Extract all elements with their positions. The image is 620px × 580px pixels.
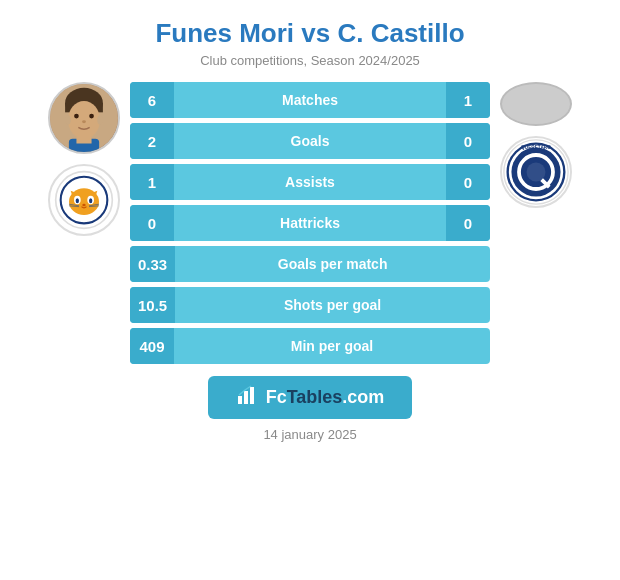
- stat-label-mpg: Min per goal: [174, 338, 490, 354]
- queretaro-badge-icon: QUERETARO: [502, 138, 570, 206]
- svg-point-3: [68, 101, 100, 139]
- stat-label-assists: Assists: [174, 174, 446, 190]
- svg-point-4: [74, 114, 79, 119]
- stat-label-gpm: Goals per match: [175, 256, 490, 272]
- left-avatars: [48, 82, 120, 236]
- svg-point-19: [89, 198, 92, 203]
- svg-rect-34: [250, 387, 254, 404]
- svg-point-31: [527, 163, 546, 182]
- logo-text: FcTables.com: [266, 387, 385, 408]
- stat-row-spg: 10.5Shots per goal: [130, 287, 490, 323]
- stat-label-hattricks: Hattricks: [174, 215, 446, 231]
- header: Funes Mori vs C. Castillo Club competiti…: [0, 0, 620, 72]
- stat-left-goals: 2: [130, 123, 174, 159]
- right-avatars: QUERETARO: [500, 82, 572, 208]
- stat-right-assists: 0: [446, 164, 490, 200]
- club-badge-right: QUERETARO: [500, 136, 572, 208]
- stat-right-hattricks: 0: [446, 205, 490, 241]
- svg-point-8: [97, 115, 103, 124]
- player-avatar: [48, 82, 120, 154]
- player-face-icon: [50, 82, 118, 154]
- main-content: 6Matches12Goals01Assists00Hattricks00.33…: [0, 72, 620, 364]
- pumas-badge-icon: [54, 170, 114, 230]
- stat-row-goals: 2Goals0: [130, 123, 490, 159]
- stats-table: 6Matches12Goals01Assists00Hattricks00.33…: [130, 82, 490, 364]
- svg-rect-32: [238, 396, 242, 404]
- fctables-logo: FcTables.com: [208, 376, 413, 419]
- stat-row-gpm: 0.33Goals per match: [130, 246, 490, 282]
- stat-row-assists: 1Assists0: [130, 164, 490, 200]
- chart-icon: [236, 384, 258, 411]
- club-badge-left: [48, 164, 120, 236]
- stat-label-goals: Goals: [174, 133, 446, 149]
- svg-rect-33: [244, 391, 248, 404]
- stat-label-spg: Shots per goal: [175, 297, 490, 313]
- svg-point-18: [76, 198, 79, 203]
- stat-left-assists: 1: [130, 164, 174, 200]
- stat-left-hattricks: 0: [130, 205, 174, 241]
- page-title: Funes Mori vs C. Castillo: [10, 18, 610, 49]
- stat-row-hattricks: 0Hattricks0: [130, 205, 490, 241]
- opponent-avatar: [500, 82, 572, 126]
- footer-date: 14 january 2025: [263, 427, 356, 442]
- svg-point-6: [82, 120, 86, 123]
- stat-left-gpm: 0.33: [130, 246, 175, 282]
- svg-point-20: [82, 204, 85, 207]
- stat-right-matches: 1: [446, 82, 490, 118]
- stat-row-mpg: 409Min per goal: [130, 328, 490, 364]
- stat-right-goals: 0: [446, 123, 490, 159]
- subtitle: Club competitions, Season 2024/2025: [10, 53, 610, 68]
- stat-row-matches: 6Matches1: [130, 82, 490, 118]
- stat-left-mpg: 409: [130, 328, 174, 364]
- svg-text:QUERETARO: QUERETARO: [521, 145, 551, 150]
- stat-label-matches: Matches: [174, 92, 446, 108]
- svg-point-7: [65, 115, 71, 124]
- stat-left-matches: 6: [130, 82, 174, 118]
- svg-point-5: [89, 114, 94, 119]
- svg-rect-10: [76, 136, 91, 144]
- stat-left-spg: 10.5: [130, 287, 175, 323]
